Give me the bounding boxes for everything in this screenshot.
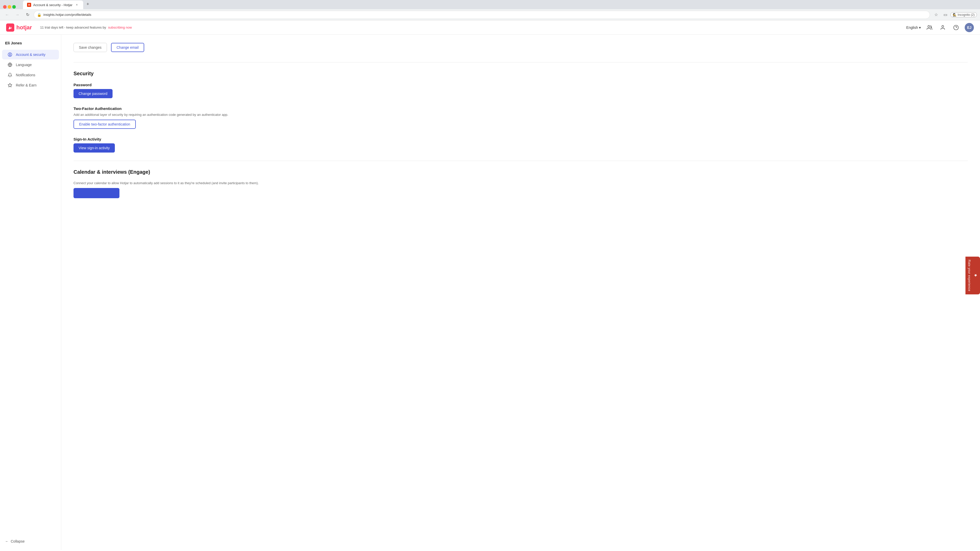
password-title: Password [73,83,968,87]
browser-tab-active[interactable]: H Account & security - Hotjar × [23,0,83,9]
forward-button[interactable]: → [13,11,21,19]
connect-calendar-button-placeholder[interactable] [73,188,119,198]
new-users-button[interactable] [925,23,934,32]
tab-close-button[interactable]: × [75,3,79,7]
sidebar-item-refer-earn[interactable]: Refer & Earn [2,80,59,90]
sign-in-activity-subsection: Sign-In Activity View sign-in activity [73,137,968,152]
view-sign-in-activity-button[interactable]: View sign-in activity [73,143,115,152]
language-nav-icon [7,62,13,67]
hotjar-logo-icon [6,24,14,32]
back-button[interactable]: ← [3,11,11,19]
tab-favicon: H [27,3,31,7]
sidebar: Eli Jones Account & security [0,35,61,550]
calendar-section-description: Connect your calendar to allow Hotjar to… [73,181,968,185]
incognito-badge: 🕵 Incognito (2) [950,12,977,17]
language-dropdown-icon: ▾ [919,25,921,30]
calendar-section-title: Calendar & interviews (Engage) [73,169,968,175]
browser-toolbar: ← → ↻ 🔒 insights.hotjar.com/profile/deta… [0,9,980,21]
enable-2fa-button[interactable]: Enable two-factor authentication [73,120,136,129]
collapse-icon: ← [5,539,9,543]
browser-chrome: H Account & security - Hotjar × + ← → ↻ … [0,0,980,21]
password-subsection: Password Change password [73,83,968,98]
rate-experience-container: ★ Rate your experience [966,257,980,294]
action-buttons-row: Save changes Change email [73,43,968,52]
sidebar-item-notifications[interactable]: Notifications [2,70,59,80]
top-banner: hotjar 11 trial days left - keep advance… [0,21,980,35]
main-layout: Eli Jones Account & security [0,35,980,550]
app-container: hotjar 11 trial days left - keep advance… [0,21,980,550]
trial-notice: 11 trial days left - keep advanced featu… [40,25,132,29]
window-maximize-button[interactable] [12,5,16,9]
sidebar-language-label: Language [16,63,32,67]
refer-earn-icon [7,83,13,87]
two-factor-subsection: Two-Factor Authentication Add an additio… [73,106,968,129]
svg-point-1 [928,25,930,27]
banner-actions: English ▾ [906,23,974,32]
url-text: insights.hotjar.com/profile/details [43,13,927,17]
split-view-button[interactable]: ▭ [941,11,950,19]
help-icon [953,25,959,30]
refresh-button[interactable]: ↻ [24,11,32,19]
help-button[interactable] [951,23,961,32]
window-close-button[interactable] [3,5,6,9]
collapse-label: Collapse [11,539,24,543]
trial-text: 11 trial days left - keep advanced featu… [40,25,106,29]
svg-marker-11 [8,83,12,87]
security-section: Security Password Change password Two-Fa… [73,71,968,152]
incognito-icon: 🕵 [953,13,956,17]
calendar-section: Calendar & interviews (Engage) Connect y… [73,169,968,198]
logo-text: hotjar [16,24,32,31]
rate-experience-button[interactable]: ★ Rate your experience [966,257,980,294]
sidebar-notifications-label: Notifications [16,73,35,77]
language-label: English [906,25,918,30]
subscribing-link[interactable]: subscribing now [108,25,132,29]
account-security-icon [7,52,13,57]
incognito-label: Incognito (2) [958,13,975,17]
tab-title: Account & security - Hotjar [33,3,73,7]
svg-point-4 [942,25,943,27]
two-factor-description: Add an additional layer of security by r… [73,113,968,117]
rate-experience-icon: ★ [973,273,978,278]
change-email-button[interactable]: Change email [111,43,144,52]
sidebar-collapse-button[interactable]: ← Collapse [0,537,61,546]
lock-icon: 🔒 [37,13,41,17]
sidebar-username: Eli Jones [0,39,61,49]
sidebar-refer-earn-label: Refer & Earn [16,83,37,87]
change-password-button[interactable]: Change password [73,89,113,98]
bookmark-button[interactable]: ☆ [932,11,940,19]
users-icon [927,25,932,30]
rate-experience-label: Rate your experience [967,260,971,291]
add-user-icon [940,25,945,30]
security-section-title: Security [73,71,968,76]
hotjar-logo[interactable]: hotjar [6,24,32,32]
user-avatar[interactable]: EJ [965,23,974,32]
svg-point-8 [10,54,11,55]
save-changes-button[interactable]: Save changes [73,43,107,52]
add-user-button[interactable] [938,23,947,32]
main-content: Save changes Change email Security Passw… [61,35,980,550]
new-tab-button[interactable]: + [84,0,92,8]
tabs-bar: H Account & security - Hotjar × + [0,0,980,9]
sidebar-item-language[interactable]: Language [2,60,59,70]
language-selector[interactable]: English ▾ [906,25,921,30]
two-factor-title: Two-Factor Authentication [73,106,968,111]
sidebar-item-account-security[interactable]: Account & security [2,50,59,59]
sidebar-nav: Account & security Language [0,49,61,537]
sign-in-activity-title: Sign-In Activity [73,137,968,141]
notifications-icon [7,73,13,77]
window-minimize-button[interactable] [8,5,11,9]
address-bar[interactable]: 🔒 insights.hotjar.com/profile/details [34,11,930,19]
toolbar-actions: ☆ ▭ 🕵 Incognito (2) [932,11,977,19]
sidebar-item-label: Account & security [16,52,45,57]
